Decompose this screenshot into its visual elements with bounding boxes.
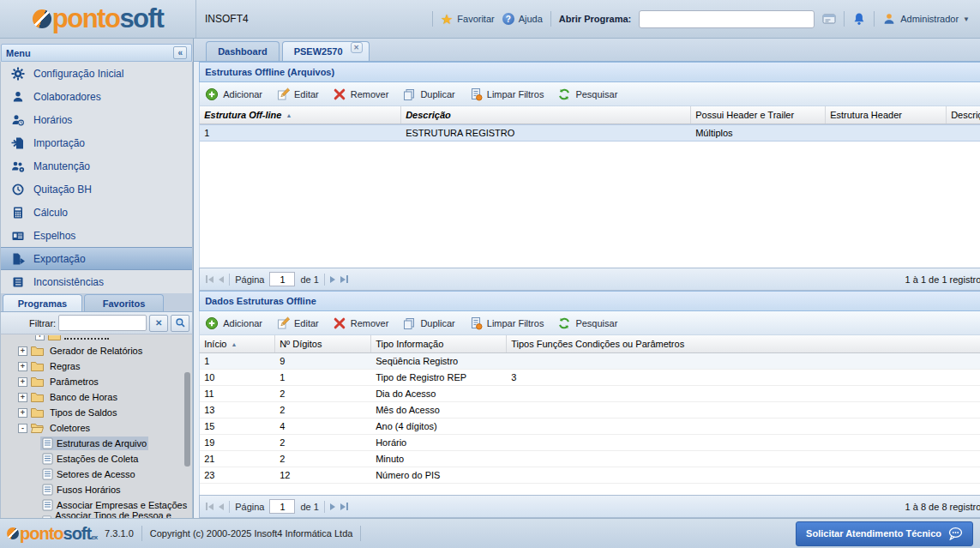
edit-button[interactable]: Editar xyxy=(276,316,319,330)
filter-search-button[interactable] xyxy=(171,315,189,332)
clear-filter-icon xyxy=(469,316,483,330)
first-page-button[interactable] xyxy=(206,503,213,510)
list-icon xyxy=(10,274,25,289)
support-button[interactable]: Solicitar Atendimento Técnico xyxy=(796,521,973,546)
last-page-button[interactable] xyxy=(340,275,348,283)
next-page-button[interactable] xyxy=(330,503,335,510)
table-row[interactable]: 19 2 Horário xyxy=(200,435,980,451)
sidebar-item-configuracao-inicial[interactable]: Configuração Inicial xyxy=(1,62,192,85)
table-row[interactable]: 23 12 Número do PIS xyxy=(200,467,980,484)
page-input[interactable] xyxy=(269,499,295,514)
favorite-button[interactable]: ★ Favoritar xyxy=(441,11,495,27)
add-icon xyxy=(205,87,219,101)
tab-psew2570[interactable]: PSEW2570 ✕ xyxy=(282,41,370,61)
prev-page-button[interactable] xyxy=(219,276,224,283)
column-tipos-funcoes[interactable]: Tipos Funções Condições ou Parâmetros xyxy=(507,335,980,352)
notifications-bell-icon[interactable] xyxy=(852,12,866,26)
table-row[interactable]: 13 2 Mês do Acesso xyxy=(200,402,980,419)
collapse-icon[interactable]: - xyxy=(18,424,27,433)
tree-item-estacoes-de-coleta[interactable]: Estações de Coleta xyxy=(1,451,192,467)
sidebar-item-inconsistencias[interactable]: Inconsistências xyxy=(1,270,192,293)
expand-icon[interactable]: + xyxy=(18,346,27,356)
filter-clear-button[interactable]: ✕ xyxy=(149,315,168,332)
tree-item-clipped[interactable]: + xyxy=(1,335,192,343)
clear-filters-button[interactable]: Limpar Filtros xyxy=(469,87,544,101)
expand-icon[interactable]: + xyxy=(18,362,27,371)
last-page-button[interactable] xyxy=(340,503,348,510)
table-row[interactable]: 1 9 Seqüência Registro xyxy=(200,353,980,370)
sidebar-item-colaboradores[interactable]: Colaboradores xyxy=(1,85,192,108)
tree-item-parametros[interactable]: + Parâmetros xyxy=(1,374,192,389)
tree-item-setores-de-acesso[interactable]: Setores de Acesso xyxy=(1,467,192,482)
duplicate-button[interactable]: Duplicar xyxy=(402,316,454,330)
tree-item-tipos-de-saldos[interactable]: + Tipos de Saldos xyxy=(1,405,192,420)
edit-button[interactable]: Editar xyxy=(276,87,319,101)
collapse-sidebar-button[interactable]: « xyxy=(173,46,187,59)
sidebar-item-horarios[interactable]: Horários xyxy=(1,108,192,131)
column-descricao-2[interactable]: Descrição xyxy=(947,106,980,123)
sidebar-item-espelhos[interactable]: Espelhos xyxy=(1,224,192,247)
sidebar-item-exportacao[interactable]: Exportação xyxy=(1,247,192,270)
sidebar-item-quitacao-bh[interactable]: Quitação BH xyxy=(1,178,192,201)
search-button[interactable]: Pesquisar xyxy=(557,316,617,330)
help-button[interactable]: ? Ajuda xyxy=(502,13,543,25)
tree-item-regras[interactable]: + Regras xyxy=(1,358,192,374)
folder-icon xyxy=(48,335,61,340)
column-tipo-informacao[interactable]: Tipo Informação xyxy=(371,335,507,352)
add-button[interactable]: Adicionar xyxy=(205,316,262,330)
program-window-icon[interactable] xyxy=(822,12,836,26)
table-row[interactable]: 1 ESTRUTURA REGISTRO Múltiplos xyxy=(200,124,980,142)
sidebar-item-calculo[interactable]: Cálculo xyxy=(1,201,192,224)
user-menu[interactable]: Administrador ▼ xyxy=(882,12,970,26)
column-estrutura-header[interactable]: Estrutura Header xyxy=(826,106,947,123)
tree-item-fusos-horarios[interactable]: Fusos Horários xyxy=(1,482,192,497)
column-estrutura-offline[interactable]: Estrutura Off-line ▲ xyxy=(200,106,401,123)
expand-icon[interactable]: + xyxy=(18,377,27,387)
tree-item-associar-tipos[interactable]: Associar Tipos de Pessoa e Estações xyxy=(1,513,192,518)
remove-button[interactable]: Remover xyxy=(333,316,389,330)
table-row[interactable]: 11 2 Dia do Acesso xyxy=(200,386,980,402)
prev-page-button[interactable] xyxy=(219,503,224,510)
table-row[interactable]: 21 2 Minuto xyxy=(200,451,980,467)
panel-dados-estruturas: Dados Estruturas Offline Adicionar Edita… xyxy=(199,291,980,518)
remove-x-icon xyxy=(333,316,346,330)
first-page-button[interactable] xyxy=(206,275,213,283)
column-descricao[interactable]: Descrição xyxy=(401,106,691,123)
sidebar-item-label: Quitação BH xyxy=(33,184,92,196)
column-num-digitos[interactable]: Nº Dígitos xyxy=(275,335,371,352)
tree-scrollbar[interactable] xyxy=(184,372,190,467)
add-button[interactable]: Adicionar xyxy=(205,87,262,101)
search-button[interactable]: Pesquisar xyxy=(557,87,617,101)
expand-icon[interactable]: + xyxy=(35,335,45,340)
duplicate-button[interactable]: Duplicar xyxy=(402,87,454,101)
filter-input[interactable] xyxy=(58,315,147,331)
table-row[interactable]: 10 1 Tipo de Registro REP 3 xyxy=(200,370,980,386)
page-input[interactable] xyxy=(269,272,295,286)
tab-dashboard[interactable]: Dashboard xyxy=(206,41,279,61)
tree-item-banco-de-horas[interactable]: + Banco de Horas xyxy=(1,389,192,405)
open-program-input[interactable] xyxy=(639,10,815,28)
column-inicio[interactable]: Início ▲ xyxy=(200,335,275,352)
document-icon xyxy=(42,468,53,480)
clear-filters-button[interactable]: Limpar Filtros xyxy=(469,316,544,330)
next-page-button[interactable] xyxy=(330,276,335,283)
sidebar-item-manutencao[interactable]: Manutenção xyxy=(1,154,192,178)
sidebar-item-label: Manutenção xyxy=(33,160,90,172)
tree-filter-bar: Filtrar: ✕ xyxy=(0,312,193,334)
expand-icon[interactable]: + xyxy=(18,393,27,402)
remove-button[interactable]: Remover xyxy=(333,87,389,101)
page-label: Página xyxy=(235,502,264,512)
tree-item-gerador-de-relatorios[interactable]: + Gerador de Relatórios xyxy=(1,343,192,358)
open-folder-icon xyxy=(31,423,44,433)
column-possui-header-trailer[interactable]: Possui Header e Trailer xyxy=(691,106,826,123)
tab-favoritos[interactable]: Favoritos xyxy=(84,294,164,311)
tab-programas[interactable]: Programas xyxy=(3,294,82,311)
close-tab-icon[interactable]: ✕ xyxy=(351,42,363,53)
expand-icon[interactable]: + xyxy=(18,408,27,418)
tree-item-estruturas-de-arquivo[interactable]: Estruturas de Arquivo xyxy=(1,436,192,451)
help-icon: ? xyxy=(502,13,514,25)
table-row[interactable]: 15 4 Ano (4 dígitos) xyxy=(200,419,980,435)
sidebar-item-importacao[interactable]: Importação xyxy=(1,131,192,154)
folder-icon xyxy=(31,376,44,387)
tree-item-coletores[interactable]: - Coletores xyxy=(1,420,192,436)
